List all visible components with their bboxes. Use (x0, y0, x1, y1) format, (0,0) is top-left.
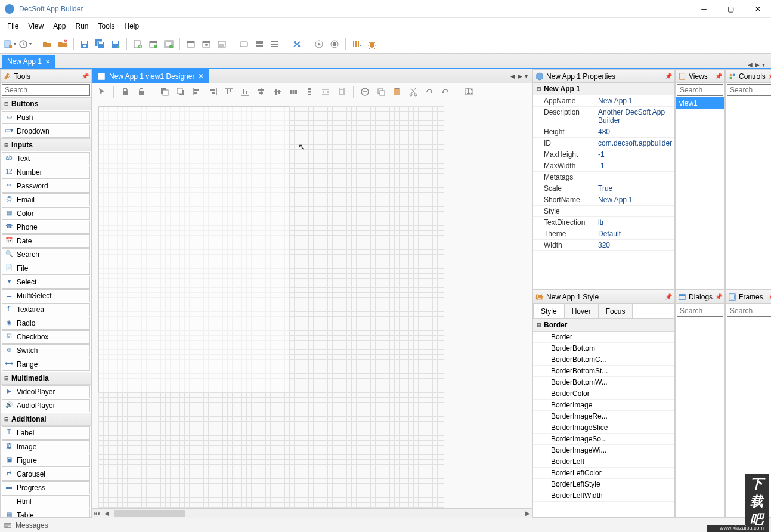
settings-button[interactable] (290, 37, 304, 51)
property-row[interactable]: AppNameNew App 1 (533, 95, 674, 107)
property-row[interactable]: Width320 (533, 240, 674, 251)
bring-front-button[interactable] (157, 85, 172, 99)
property-value[interactable]: -1 (596, 149, 674, 160)
card-button[interactable] (237, 37, 251, 51)
property-row[interactable]: Height480 (533, 126, 674, 138)
property-value[interactable] (596, 206, 674, 216)
tools-search-input[interactable] (2, 84, 90, 96)
window-button-2[interactable] (199, 37, 213, 51)
add-dialog-button[interactable] (146, 37, 160, 51)
save-button[interactable] (78, 37, 92, 51)
property-row[interactable]: IDcom.decsoft.appbuilder (533, 138, 674, 149)
menu-tools[interactable]: Tools (94, 20, 120, 33)
tool-group-inputs[interactable]: ⊟Inputs (1, 138, 91, 151)
app-tab[interactable]: New App 1 ✕ (2, 55, 55, 68)
view-item[interactable]: view1 (676, 97, 724, 109)
tool-file[interactable]: 📄File (2, 262, 90, 275)
tool-select[interactable]: ▾Select (2, 276, 90, 289)
status-messages[interactable]: Messages (16, 521, 48, 530)
align-vcenter-button[interactable] (270, 85, 284, 99)
style-property-row[interactable]: BorderImageRe... (533, 411, 674, 422)
pin-icon[interactable]: 📌 (665, 293, 672, 300)
collapse-icon[interactable]: ⊟ (4, 375, 9, 381)
align-right-button[interactable] (206, 85, 220, 99)
pin-icon[interactable]: 📌 (768, 73, 771, 79)
pin-icon[interactable]: 📌 (82, 73, 89, 79)
cursor-tool-button[interactable] (95, 85, 109, 99)
tool-multiselect[interactable]: ☰MultiSelect (2, 289, 90, 302)
tool-search[interactable]: 🔍Search (2, 248, 90, 261)
collapse-icon[interactable]: ⊟ (537, 322, 541, 328)
tool-group-multimedia[interactable]: ⊟Multimedia (1, 372, 91, 385)
property-value[interactable]: New App 1 (596, 194, 674, 205)
tool-range[interactable]: ⟷Range (2, 358, 90, 371)
property-object-header[interactable]: ⊟ New App 1 (533, 83, 674, 95)
open-folder-button[interactable] (40, 37, 54, 51)
style-property-row[interactable]: BorderImageWi... (533, 445, 674, 456)
pin-icon[interactable]: 📌 (715, 73, 722, 79)
align-left-button[interactable] (190, 85, 204, 99)
tool-table[interactable]: ▦Table (2, 509, 90, 517)
scroll-right-icon[interactable]: ▶ (523, 510, 532, 516)
tool-textarea[interactable]: ¶Textarea (2, 303, 90, 316)
h-scrollbar[interactable]: ⏮ ◀ ▶ (92, 508, 532, 518)
property-value[interactable]: True (596, 183, 674, 194)
window-button-3[interactable] (215, 37, 229, 51)
style-property-row[interactable]: Border (533, 332, 674, 343)
property-value[interactable]: 480 (596, 126, 674, 137)
style-property-row[interactable]: BorderBottomW... (533, 377, 674, 388)
run-button[interactable] (312, 37, 326, 51)
property-value[interactable]: New App 1 (596, 95, 674, 106)
align-hcenter-button[interactable] (254, 85, 268, 99)
menu-file[interactable]: File (2, 20, 23, 33)
tool-html[interactable]: Html (2, 495, 90, 508)
close-button[interactable]: ✕ (744, 0, 771, 18)
tool-radio[interactable]: ◉Radio (2, 317, 90, 330)
pin-icon[interactable]: 📌 (665, 73, 672, 79)
tool-push[interactable]: ▭Push (2, 111, 90, 124)
property-row[interactable]: TextDirectionltr (533, 217, 674, 228)
tool-dropdown[interactable]: ▭▾Dropdown (2, 125, 90, 138)
add-view-button[interactable] (131, 37, 145, 51)
zoom-fit-button[interactable]: 1:1 (462, 85, 476, 99)
design-canvas[interactable]: ↖ (92, 100, 532, 508)
undo-button[interactable] (438, 85, 453, 99)
save-all-button[interactable] (93, 37, 107, 51)
property-row[interactable]: MaxWidth-1 (533, 160, 674, 172)
designer-tab[interactable]: New App 1 view1 Designer ✕ (92, 69, 209, 83)
pin-icon[interactable]: 📌 (768, 293, 771, 300)
menu-app[interactable]: App (48, 20, 70, 33)
collapse-icon[interactable]: ⊟ (4, 101, 9, 107)
lock-button[interactable] (118, 85, 132, 99)
collapse-icon[interactable]: ⊟ (4, 142, 9, 148)
style-tab-style[interactable]: Style (533, 304, 565, 318)
tool-group-additional[interactable]: ⊟Additional (1, 413, 91, 426)
style-property-row[interactable]: BorderLeftColor (533, 468, 674, 479)
tool-image[interactable]: 🖼Image (2, 440, 90, 453)
tab-next-icon[interactable]: ▶ (755, 61, 760, 68)
tool-color[interactable]: ▦Color (2, 207, 90, 220)
menu-view[interactable]: View (23, 20, 48, 33)
stop-button[interactable] (327, 37, 342, 51)
tab-dropdown-icon[interactable]: ▾ (762, 61, 765, 68)
property-row[interactable]: ShortNameNew App 1 (533, 194, 674, 206)
property-value[interactable]: Default (596, 228, 674, 239)
new-file-button[interactable] (2, 37, 17, 51)
save-as-button[interactable] (109, 37, 123, 51)
tool-text[interactable]: abText (2, 152, 90, 165)
style-property-row[interactable]: BorderColor (533, 388, 674, 400)
same-height-button[interactable] (335, 85, 349, 99)
window-button-1[interactable] (184, 37, 198, 51)
close-tab-icon[interactable]: ✕ (45, 58, 50, 65)
add-frame-button[interactable] (162, 37, 176, 51)
designer-dropdown-icon[interactable]: ▾ (525, 73, 528, 79)
maximize-button[interactable]: ▢ (717, 0, 744, 18)
tool-date[interactable]: 📅Date (2, 234, 90, 248)
distribute-h-button[interactable] (286, 85, 301, 99)
tab-prev-icon[interactable]: ◀ (748, 61, 753, 68)
tool-audioplayer[interactable]: 🔊AudioPlayer (2, 399, 90, 412)
property-row[interactable]: ThemeDefault (533, 228, 674, 240)
tool-label[interactable]: TLabel (2, 426, 90, 440)
same-width-button[interactable] (318, 85, 333, 99)
collapse-icon[interactable]: ⊟ (4, 416, 9, 422)
